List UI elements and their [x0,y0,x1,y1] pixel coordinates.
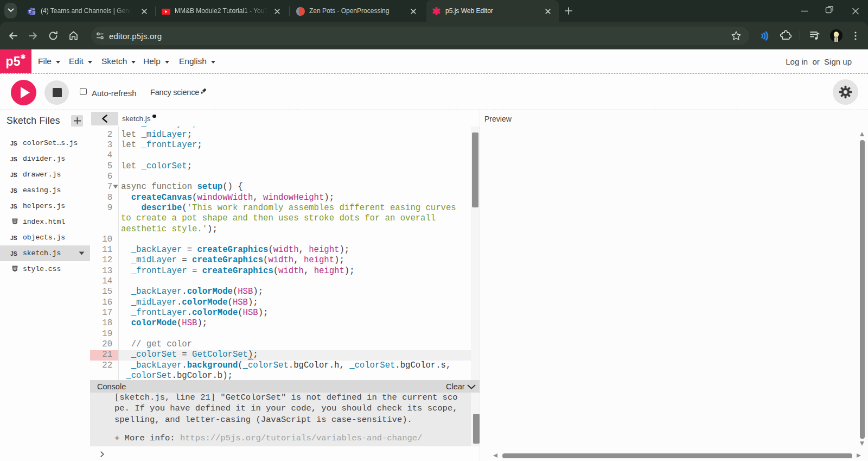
svg-text:T: T [29,9,31,14]
